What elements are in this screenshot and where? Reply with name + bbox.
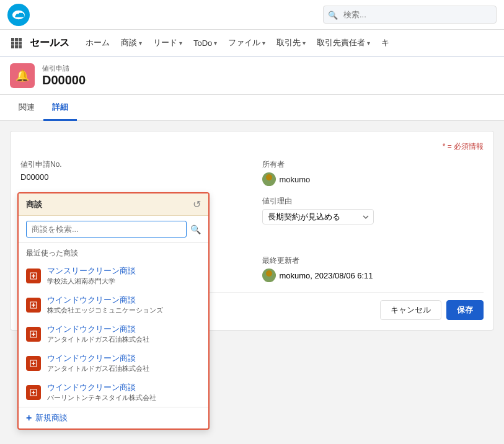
item-text: ウインドウクリーン商談 アンタイトルドガス石油株式会社: [47, 353, 149, 373]
item-sub: バーリントンテキスタイル株式会社: [47, 393, 156, 402]
item-sub: 学校法人湘南赤門大学: [47, 277, 136, 286]
list-item[interactable]: ウインドウクリーン商談 アンタイトルドガス石油株式会社: [19, 319, 208, 349]
nav-files-label: ファイル: [228, 37, 260, 48]
nav-home-label: ホーム: [86, 37, 110, 48]
dropdown-header: 商談 ↺: [19, 193, 208, 216]
add-deal-row[interactable]: + 新規商談: [19, 407, 208, 428]
item-sub: 株式会社エッジコミュニケーションズ: [47, 306, 163, 315]
deal-icon: [26, 298, 41, 313]
dropdown-section-label: 最近使った商談: [19, 243, 208, 261]
search-icon: 🔍: [190, 224, 201, 234]
deal-search-dropdown[interactable]: 商談 ↺ 🔍 最近使った商談 マンスリークリーン商談 学校法人湘南赤門大学 ウイ: [17, 192, 210, 430]
svg-point-13: [264, 278, 274, 282]
owner-row: mokumo: [262, 172, 484, 186]
tab-bar: 関連 詳細: [0, 95, 504, 121]
tab-related[interactable]: 関連: [10, 95, 43, 121]
list-item[interactable]: マンスリークリーン商談 学校法人湘南赤門大学: [19, 261, 208, 290]
nav-contacts-label: 取引先責任者: [317, 37, 365, 48]
nav-item-more[interactable]: キ: [376, 30, 394, 56]
field-owner: 所有者 mokumo: [262, 159, 484, 186]
chevron-down-icon: ▾: [214, 40, 217, 47]
nav-item-todo[interactable]: ToDo ▾: [188, 30, 222, 56]
nav-item-home[interactable]: ホーム: [81, 30, 115, 56]
svg-point-11: [264, 182, 274, 186]
dropdown-search-area: 🔍: [19, 216, 208, 243]
cancel-button[interactable]: キャンセル: [380, 300, 441, 320]
item-main: ウインドウクリーン商談: [47, 382, 156, 393]
item-sub: アンタイトルドガス石油株式会社: [47, 364, 149, 373]
save-button[interactable]: 保存: [446, 300, 484, 320]
nav-item-contacts[interactable]: 取引先責任者 ▾: [312, 30, 375, 56]
owner-name: mokumo: [280, 175, 311, 184]
nav-item-leads[interactable]: リード ▾: [148, 30, 187, 56]
svg-rect-5: [15, 42, 18, 45]
owner-label: 所有者: [262, 159, 484, 170]
item-text: ウインドウクリーン商談 株式会社エッジコミュニケーションズ: [47, 295, 163, 315]
item-sub: アンタイトルドガス石油株式会社: [47, 335, 149, 344]
chevron-down-icon: ▾: [367, 40, 370, 47]
item-main: ウインドウクリーン商談: [47, 353, 149, 364]
svg-rect-1: [11, 38, 14, 41]
tab-detail[interactable]: 詳細: [43, 95, 77, 121]
item-text: ウインドウクリーン商談 バーリントンテキスタイル株式会社: [47, 382, 156, 402]
nav-bar: セールス ホーム 商談 ▾ リード ▾ ToDo ▾ ファイル ▾ 取引先 ▾ …: [0, 30, 504, 57]
field-discount-reason: 値引理由 長期契約が見込める: [262, 196, 484, 246]
search-icon: 🔍: [328, 10, 338, 19]
last-update-row: mokumo, 2023/08/06 6:11: [262, 269, 484, 282]
quote-no-label: 値引申請No.: [20, 159, 242, 170]
reset-button[interactable]: ↺: [193, 198, 201, 210]
svg-point-12: [266, 270, 272, 277]
svg-point-10: [266, 174, 272, 180]
deal-search-input[interactable]: [26, 221, 187, 238]
quote-no-value: D00000: [20, 172, 242, 182]
deal-icon: [26, 327, 41, 342]
add-icon: +: [26, 412, 32, 424]
search-bar: 🔍: [323, 6, 497, 24]
svg-rect-6: [19, 42, 22, 45]
nav-item-accounts[interactable]: 取引先 ▾: [272, 30, 311, 56]
grid-icon[interactable]: [7, 34, 25, 51]
nav-more-label: キ: [381, 37, 389, 48]
svg-rect-8: [15, 45, 18, 48]
field-last-update: 最終更新者 mokumo, 2023/08/06 6:11: [262, 255, 484, 282]
record-type: 値引申請: [42, 64, 86, 73]
svg-rect-4: [11, 42, 14, 45]
last-update-label: 最終更新者: [262, 255, 484, 266]
list-item[interactable]: ウインドウクリーン商談 アンタイトルドガス石油株式会社: [19, 349, 208, 378]
discount-select-row: 長期契約が見込める: [262, 209, 484, 224]
svg-rect-9: [19, 45, 22, 48]
last-update-value: mokumo, 2023/08/06 6:11: [280, 271, 373, 280]
list-item[interactable]: ウインドウクリーン商談 株式会社エッジコミュニケーションズ: [19, 290, 208, 319]
item-text: ウインドウクリーン商談 アンタイトルドガス石油株式会社: [47, 324, 149, 344]
add-deal-label: 新規商談: [35, 412, 68, 424]
nav-item-deals[interactable]: 商談 ▾: [116, 30, 147, 56]
required-note: * = 必須情報: [20, 141, 484, 152]
dropdown-header-label: 商談: [26, 199, 42, 210]
discount-reason-label: 値引理由: [262, 196, 484, 206]
item-main: マンスリークリーン商談: [47, 265, 136, 277]
nav-accounts-label: 取引先: [276, 37, 301, 48]
page-header: 🔔 値引申請 D00000: [0, 57, 504, 95]
record-title-area: 値引申請 D00000: [42, 64, 86, 87]
record-name: D00000: [42, 73, 86, 87]
app-name: セールス: [30, 37, 69, 50]
item-text: マンスリークリーン商談 学校法人湘南赤門大学: [47, 265, 136, 286]
record-icon: 🔔: [10, 63, 35, 88]
chevron-down-icon: ▾: [303, 40, 306, 47]
nav-item-files[interactable]: ファイル ▾: [223, 30, 270, 56]
list-item[interactable]: ウインドウクリーン商談 バーリントンテキスタイル株式会社: [19, 378, 208, 407]
deal-icon: [26, 356, 41, 371]
search-input[interactable]: [323, 6, 497, 24]
chevron-down-icon: ▾: [262, 40, 265, 47]
nav-deals-label: 商談: [121, 37, 137, 48]
chevron-down-icon: ▾: [179, 40, 182, 47]
nav-leads-label: リード: [153, 37, 177, 48]
svg-rect-7: [11, 45, 14, 48]
discount-reason-select[interactable]: 長期契約が見込める: [262, 209, 374, 224]
item-main: ウインドウクリーン商談: [47, 295, 163, 306]
item-main: ウインドウクリーン商談: [47, 324, 149, 335]
avatar: [262, 172, 276, 186]
svg-rect-3: [19, 38, 22, 41]
nav-todo-label: ToDo: [193, 38, 212, 48]
deal-icon: [26, 385, 41, 400]
